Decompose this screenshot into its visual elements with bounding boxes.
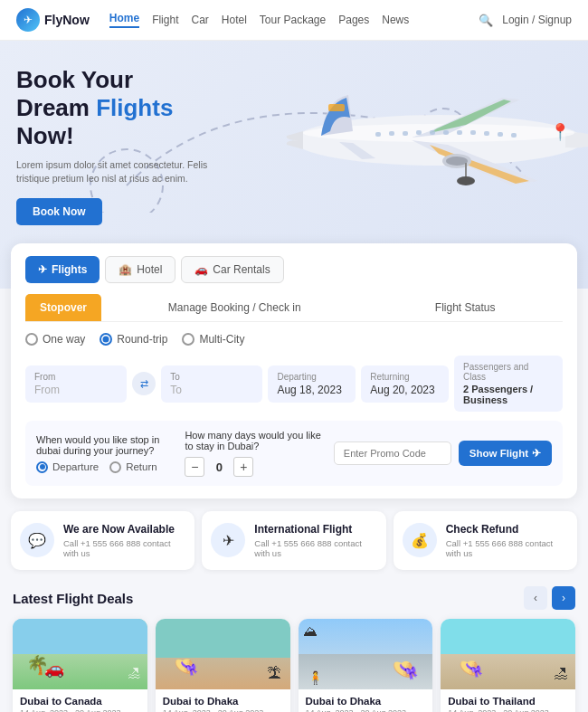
deal-card-1-info: Dubai to Dhaka 14 Aug, 2023 - 20 Aug 202… [156, 689, 290, 712]
returning-value: Aug 20, 2023 [370, 384, 440, 396]
deals-title: Latest Flight Deals [13, 591, 133, 606]
deal-card-2: 👒 ⛰ 🧍 Dubai to Dhaka 14 Aug, 2023 - 20 A… [299, 619, 433, 712]
radio-multi-city [182, 333, 194, 346]
flight-tab-icon: ✈ [38, 263, 47, 276]
counter-value: 0 [212, 460, 226, 474]
return-radio[interactable]: Return [109, 461, 157, 473]
deal-card-3: 👒 🏖 Dubai to Thailand 14 Aug, 2023 - 20 … [441, 619, 575, 712]
nav-car[interactable]: Car [191, 14, 208, 26]
nav-arrows: ‹ › [524, 586, 575, 610]
deal-card-0-image: 🌴 🚗 🏖 [13, 619, 147, 689]
book-now-button[interactable]: Book Now [16, 198, 102, 225]
deal-route-1: Dubai to Dhaka [163, 696, 283, 707]
tab-hotel[interactable]: 🏨 Hotel [105, 256, 175, 283]
car-tab-icon: 🚗 [194, 263, 208, 276]
login-link[interactable]: Login / Signup [502, 14, 572, 26]
tab-car-rentals[interactable]: 🚗 Car Rentals [181, 256, 283, 283]
deal-card-3-info: Dubai to Thailand 14 Aug, 2023 - 20 Aug … [441, 689, 575, 712]
feature-international-title: International Flight [254, 523, 376, 536]
search-icon[interactable]: 🔍 [479, 14, 493, 27]
svg-rect-4 [375, 132, 381, 137]
returning-field[interactable]: Returning Aug 20, 2023 [361, 365, 449, 403]
departure-return-radios: Departure Return [36, 461, 174, 473]
sub-tab-stopover[interactable]: Stopover [25, 294, 101, 321]
feature-card-international: ✈ International Flight Call +1 555 666 8… [202, 511, 385, 570]
nav-hotel[interactable]: Hotel [222, 14, 247, 26]
swap-button[interactable]: ⇄ [132, 372, 156, 395]
deal-card-1: 👒 🏝 Dubai to Dhaka 14 Aug, 2023 - 20 Aug… [156, 619, 290, 712]
stopover-question: When would you like stop in dubai during… [36, 434, 174, 456]
radio-return [109, 461, 121, 473]
svg-rect-19 [328, 104, 345, 111]
deal-date-2: 14 Aug, 2023 - 20 Aug 2023 [306, 708, 426, 712]
departing-value: Aug 18, 2023 [277, 384, 346, 396]
deal-date-3: 14 Aug, 2023 - 20 Aug 2023 [448, 708, 568, 712]
features-row: 💬 We are Now Available Call +1 555 666 8… [11, 511, 577, 570]
logo[interactable]: ✈ FlyNow [16, 8, 90, 32]
round-trip-radio[interactable]: Round-trip [100, 333, 167, 346]
counter-minus[interactable]: − [185, 457, 204, 477]
hero-plane [249, 45, 588, 229]
deal-route-3: Dubai to Thailand [448, 696, 568, 707]
deal-card-0-info: Dubai to Canada 14 Aug, 2023 - 20 Aug 20… [13, 689, 147, 712]
international-icon: ✈ [211, 523, 245, 557]
deal-card-1-image: 👒 🏝 [156, 619, 290, 689]
radio-departure [36, 461, 48, 473]
deal-card-3-image: 👒 🏖 [441, 619, 575, 689]
next-arrow[interactable]: › [552, 586, 575, 610]
svg-point-18 [457, 176, 475, 185]
deal-route-2: Dubai to Dhaka [306, 696, 426, 707]
nav-pages[interactable]: Pages [338, 14, 369, 26]
header: ✈ FlyNow Home Flight Car Hotel Tour Pack… [0, 0, 588, 41]
location-pin-icon: 📍 [550, 122, 570, 142]
hotel-tab-icon: 🏨 [119, 263, 132, 276]
deal-cards-row: 🌴 🚗 🏖 Dubai to Canada 14 Aug, 2023 - 20 … [13, 619, 575, 712]
feature-card-available: 💬 We are Now Available Call +1 555 666 8… [11, 511, 194, 570]
booking-widget: ✈ Flights 🏨 Hotel 🚗 Car Rentals Stopover… [11, 243, 577, 498]
feature-available-title: We are Now Available [63, 523, 185, 536]
radio-round-trip [100, 333, 112, 346]
deal-card-0: 🌴 🚗 🏖 Dubai to Canada 14 Aug, 2023 - 20 … [13, 619, 147, 712]
header-right: 🔍 Login / Signup [479, 14, 572, 27]
nav-news[interactable]: News [382, 14, 409, 26]
nav-home[interactable]: Home [109, 12, 139, 28]
counter-plus[interactable]: + [233, 457, 253, 477]
tab-flights[interactable]: ✈ Flights [25, 256, 100, 283]
departure-radio[interactable]: Departure [36, 461, 99, 473]
multi-city-radio[interactable]: Multi-City [182, 333, 244, 346]
svg-rect-7 [416, 130, 422, 135]
stopover-row: When would you like stop in dubai during… [25, 421, 563, 486]
svg-rect-14 [511, 133, 517, 138]
flight-btn-icon: ✈ [532, 447, 541, 460]
available-icon: 💬 [20, 523, 54, 557]
deals-header: Latest Flight Deals ‹ › [13, 586, 575, 610]
to-value: To [170, 384, 253, 396]
from-value: From [34, 384, 118, 396]
show-flight-button[interactable]: Show Flight ✈ [459, 441, 552, 466]
radio-one-way [25, 333, 38, 346]
deal-card-2-image: 👒 ⛰ 🧍 [299, 619, 433, 689]
prev-arrow[interactable]: ‹ [524, 586, 547, 610]
departing-label: Departing [277, 372, 346, 382]
promo-code-input[interactable] [334, 441, 451, 465]
deal-card-2-info: Dubai to Dhaka 14 Aug, 2023 - 20 Aug 202… [299, 689, 433, 712]
booking-tabs: ✈ Flights 🏨 Hotel 🚗 Car Rentals [25, 256, 563, 283]
hero-description: Lorem ipsum dolor sit amet consectetur. … [16, 158, 224, 187]
hero-headline: Book Your Dream Flights Now! [16, 66, 224, 151]
nav-flight[interactable]: Flight [152, 14, 178, 26]
to-field[interactable]: To To [161, 365, 262, 403]
nav-tour[interactable]: Tour Package [260, 14, 326, 26]
sub-tab-manage[interactable]: Manage Booking / Check in [101, 294, 367, 321]
feature-refund-title: Check Refund [446, 523, 568, 536]
passengers-field[interactable]: Passengers and Class 2 Passengers / Busi… [454, 356, 563, 412]
refund-icon: 💰 [403, 523, 437, 557]
main-nav: Home Flight Car Hotel Tour Package Pages… [109, 12, 479, 28]
departing-field[interactable]: Departing Aug 18, 2023 [268, 365, 356, 403]
feature-available-sub: Call +1 555 666 888 contact with us [63, 538, 185, 558]
svg-rect-6 [403, 131, 408, 136]
sub-tab-status[interactable]: Flight Status [367, 294, 563, 321]
svg-rect-13 [498, 132, 503, 137]
from-field[interactable]: From From [25, 365, 127, 403]
one-way-radio[interactable]: One way [25, 333, 85, 346]
svg-point-16 [446, 157, 468, 166]
